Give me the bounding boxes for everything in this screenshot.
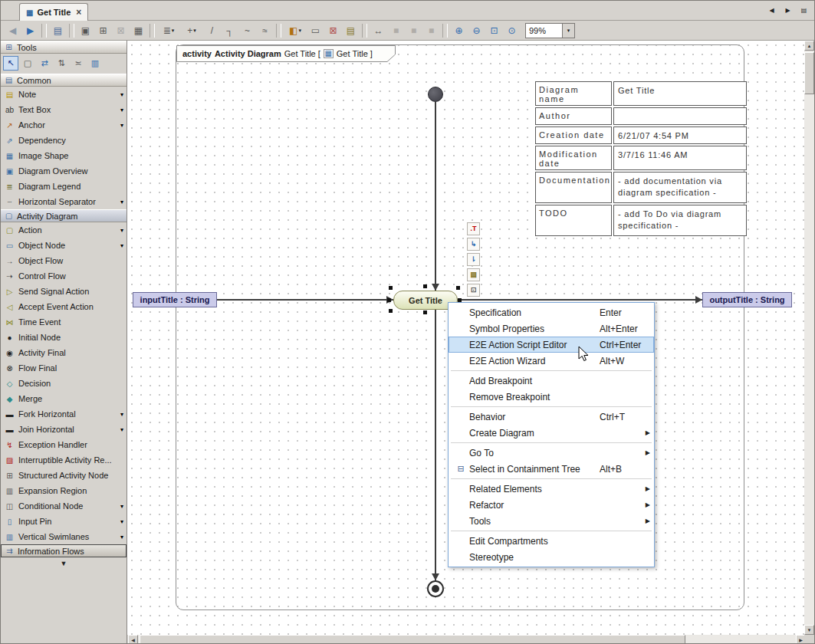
menu-item-tools[interactable]: Tools ▶ — [449, 513, 654, 529]
zoom-in-button[interactable]: ⊕ ▾ — [450, 23, 468, 39]
palette-item-input-pin[interactable]: ▯ Input Pin ▾ — [1, 514, 127, 529]
expand-triangle-icon[interactable]: ▾ — [116, 518, 123, 525]
expand-triangle-icon[interactable]: ▾ — [116, 503, 123, 510]
palette-section-information-flows[interactable]: ⇉ Information Flows — [1, 544, 127, 557]
palette-item-expansion-region[interactable]: ▥ Expansion Region ▾ — [1, 483, 127, 498]
palette-item-action[interactable]: ▢ Action ▾ — [1, 222, 127, 238]
zoom-actual-button[interactable]: ⊙ ▾ — [503, 23, 521, 39]
line-curve-button[interactable]: ≈ ▾ — [256, 23, 274, 39]
palette-item-interruptible-activity-region[interactable]: ▨ Interruptible Activity Re... ▾ — [1, 452, 127, 468]
menu-item-select-in-containment-tree[interactable]: ⊟ Select in Containment Tree Alt+B ▶ — [449, 461, 654, 477]
pointer-tool-button[interactable]: ↖ — [3, 56, 18, 71]
add-path-button[interactable]: + ▾ — [180, 23, 203, 39]
delete-button[interactable]: ⊠ ▾ — [112, 23, 130, 39]
tab-list-button[interactable]: ▤ — [798, 5, 810, 16]
selection-handle[interactable] — [423, 284, 427, 288]
manipulator-note-button[interactable]: ▤ — [467, 268, 480, 281]
menu-item-go-to[interactable]: Go To ▶ — [449, 445, 654, 461]
align-vertical-tool-button[interactable]: ⇅ — [54, 56, 69, 71]
align-button[interactable]: ≣ ▾ — [157, 23, 180, 39]
palette-item-object-flow[interactable]: → Object Flow ▾ — [1, 253, 127, 268]
menu-item-e2e-action-script-editor[interactable]: E2E Action Script Editor Ctrl+Enter ▶ — [449, 337, 654, 353]
palette-item-image-shape[interactable]: ▦ Image Shape ▾ — [1, 148, 127, 163]
selection-handle[interactable] — [456, 286, 460, 290]
zoom-out-button[interactable]: ⊖ ▾ — [468, 23, 485, 39]
expand-triangle-icon[interactable]: ▾ — [116, 227, 123, 234]
show-window-button[interactable]: ▭ ▾ — [307, 23, 324, 39]
object-flow-line[interactable] — [458, 299, 702, 301]
vertical-scrollbar[interactable]: ▲ ▼ — [804, 41, 814, 635]
paste-button[interactable]: ⊞ ▾ — [94, 23, 112, 39]
palette-item-fork-horizontal[interactable]: ▬ Fork Horizontal ▾ — [1, 406, 127, 422]
line-oblique-button[interactable]: ~ ▾ — [238, 23, 256, 39]
palette-item-exception-handler[interactable]: ↯ Exception Handler ▾ — [1, 437, 127, 452]
expand-triangle-icon[interactable]: ▾ — [116, 107, 123, 113]
menu-item-behavior[interactable]: Behavior Ctrl+T ▶ — [449, 409, 654, 425]
vertical-scroll-thumb[interactable] — [804, 52, 814, 94]
palette-item-diagram-legend[interactable]: ≣ Diagram Legend ▾ — [1, 179, 127, 194]
tab-get-title[interactable]: ▦ Get Title × — [19, 3, 88, 21]
palette-item-structured-activity-node[interactable]: ⊞ Structured Activity Node ▾ — [1, 468, 127, 483]
selection-handle[interactable] — [387, 298, 391, 302]
palette-item-time-event[interactable]: ⋈ Time Event ▾ — [1, 314, 127, 330]
info-table-row[interactable]: Author — [535, 107, 747, 125]
scroll-left-button[interactable]: ◀ — [128, 635, 138, 644]
line-rectilinear-button[interactable]: ┐ ▾ — [221, 23, 238, 39]
fit-size-button[interactable]: ↔ ▾ — [370, 23, 387, 39]
nav-forward-button[interactable]: ▶ ▾ — [21, 23, 39, 39]
palette-item-note[interactable]: ▤ Note ▾ — [1, 87, 127, 102]
tab-scroll-left-button[interactable]: ◀ — [766, 5, 777, 16]
zoom-combobox[interactable]: 99% ▾ — [525, 23, 575, 38]
expand-triangle-icon[interactable]: ▾ — [116, 122, 123, 129]
activity-final-node[interactable] — [427, 580, 444, 597]
object-flow-line[interactable] — [217, 299, 393, 301]
palette-item-join-horizontal[interactable]: ▬ Join Horizontal ▾ — [1, 422, 127, 437]
layout-grid-button-2[interactable]: ■ ▾ — [405, 23, 422, 39]
palette-item-conditional-node[interactable]: ◫ Conditional Node ▾ — [1, 498, 127, 514]
palette-item-object-node[interactable]: ▭ Object Node ▾ — [1, 238, 127, 253]
initial-node[interactable] — [428, 87, 443, 102]
manipulator-script-button[interactable]: .T — [467, 222, 480, 235]
info-table-row[interactable]: TODO - add To Do via diagram specificati… — [535, 205, 747, 236]
menu-item-specification[interactable]: Specification Enter ▶ — [449, 304, 654, 320]
line-straight-button[interactable]: / ▾ — [203, 23, 221, 39]
selection-handle[interactable] — [389, 286, 393, 290]
menu-item-edit-compartments[interactable]: Edit Compartments ▶ — [449, 533, 654, 549]
palette-scroll-down-indicator[interactable]: ▼ — [1, 557, 127, 567]
info-table-row[interactable]: Diagram name Get Title — [535, 81, 747, 106]
swimlane-tool-button[interactable]: ▥ — [87, 56, 103, 71]
layout-grid-button-3[interactable]: ■ ▾ — [422, 23, 440, 39]
expand-triangle-icon[interactable]: ▾ — [116, 411, 123, 418]
horizontal-scroll-thumb[interactable] — [140, 635, 685, 644]
palette-section-activity-diagram[interactable]: ▢ Activity Diagram — [1, 209, 127, 222]
expand-triangle-icon[interactable]: ▾ — [116, 91, 123, 98]
menu-item-create-diagram[interactable]: Create Diagram ▶ — [449, 425, 654, 441]
info-table-row[interactable]: Creation date 6/21/07 4:54 PM — [535, 127, 747, 144]
menu-item-related-elements[interactable]: Related Elements ▶ — [449, 481, 654, 497]
fill-color-button[interactable]: ◧ ▾ — [284, 23, 307, 39]
control-flow-line[interactable] — [435, 102, 436, 291]
manipulator-route-button[interactable]: ↳ — [467, 238, 480, 251]
palette-section-common[interactable]: ▤ Common — [1, 74, 127, 87]
info-table-row[interactable]: Modification date 3/7/16 11:46 AM — [535, 146, 747, 170]
nav-back-button[interactable]: ◀ ▾ — [4, 23, 21, 39]
close-window-button[interactable]: ⊠ ▾ — [324, 23, 342, 39]
copy-button[interactable]: ▣ ▾ — [77, 23, 94, 39]
info-table-row[interactable]: Documentation - add documentation via di… — [535, 172, 747, 203]
tab-scroll-right-button[interactable]: ▶ — [782, 5, 794, 16]
palette-item-diagram-overview[interactable]: ▣ Diagram Overview ▾ — [1, 163, 127, 179]
palette-item-send-signal-action[interactable]: ▷ Send Signal Action ▾ — [1, 284, 127, 299]
manipulator-pin-button[interactable]: ⇂ — [467, 253, 480, 266]
palette-item-dependency[interactable]: ⇗ Dependency ▾ — [1, 133, 127, 148]
output-parameter-node[interactable]: outputTitle : String — [702, 292, 792, 307]
palette-item-initial-node[interactable]: ● Initial Node ▾ — [1, 330, 127, 345]
horizontal-scrollbar[interactable]: ◀ ▶ — [128, 635, 806, 644]
palette-item-vertical-swimlanes[interactable]: ▥ Vertical Swimlanes ▾ — [1, 529, 127, 544]
manipulator-extra-button[interactable]: ⊡ — [467, 284, 480, 297]
palette-section-tools[interactable]: ⊞ Tools — [1, 41, 127, 54]
menu-item-e2e-action-wizard[interactable]: E2E Action Wizard Alt+W ▶ — [449, 353, 654, 369]
expand-triangle-icon[interactable]: ▾ — [116, 534, 123, 540]
zoom-dropdown-button[interactable]: ▾ — [562, 23, 575, 38]
marquee-tool-button[interactable]: ▢ — [20, 56, 35, 71]
layout-grid-button-1[interactable]: ■ ▾ — [387, 23, 405, 39]
